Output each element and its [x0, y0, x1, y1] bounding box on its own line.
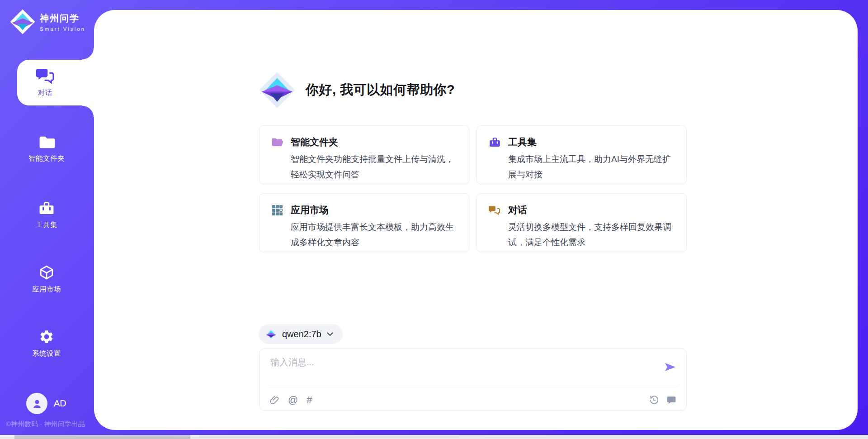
- avatar: [26, 393, 47, 414]
- sidebar-item-smart-folder[interactable]: 智能文件夹: [17, 134, 76, 163]
- sidebar-item-label: 对话: [38, 88, 52, 98]
- sidebar-item-toolset[interactable]: 工具集: [17, 200, 76, 230]
- card-description: 灵活切换多模型文件，支持多样回复效果调试，满足个性化需求: [508, 220, 675, 250]
- assistant-logo-icon: [258, 71, 297, 110]
- brand-title: 神州问学: [40, 12, 85, 24]
- brand-logo: 神州问学 Smart Vision: [9, 8, 85, 35]
- send-icon[interactable]: [664, 361, 676, 373]
- scrollbar-thumb[interactable]: [14, 435, 190, 439]
- open-folder-icon: [271, 136, 283, 148]
- greeting-block: 你好, 我可以如何帮助你?: [258, 71, 455, 110]
- composer-divider: [269, 387, 677, 387]
- at-sign-icon[interactable]: @: [288, 395, 298, 405]
- card-title: 应用市场: [291, 204, 329, 216]
- grid-icon: [271, 204, 283, 216]
- sidebar-item-label: 系统设置: [32, 349, 61, 358]
- sidebar-item-label: 工具集: [36, 220, 57, 230]
- card-title: 工具集: [508, 136, 537, 148]
- chat-icon: [36, 68, 54, 84]
- feature-cards: 智能文件夹 智能文件夹功能支持批量文件上传与清洗，轻松实现文件问答 工具集 集成…: [259, 125, 687, 252]
- user-profile[interactable]: AD: [26, 393, 66, 414]
- card-smart-folder[interactable]: 智能文件夹 智能文件夹功能支持批量文件上传与清洗，轻松实现文件问答: [259, 125, 469, 184]
- message-input[interactable]: [270, 356, 659, 383]
- app-window: 神州问学 Smart Vision 对话 智能文件夹 工具集: [0, 0, 868, 439]
- sidebar-item-system-settings[interactable]: 系统设置: [17, 329, 76, 358]
- brand-subtitle: Smart Vision: [40, 26, 85, 32]
- card-description: 集成市场上主流工具，助力AI与外界无缝扩展与对接: [508, 152, 675, 182]
- sidebar-item-app-market[interactable]: 应用市场: [17, 265, 76, 294]
- card-title: 智能文件夹: [291, 136, 338, 148]
- toolbox-icon: [38, 200, 55, 216]
- sidebar-item-label: 应用市场: [32, 285, 61, 294]
- model-selector[interactable]: qwen2:7b: [259, 324, 343, 344]
- chat-icon: [489, 204, 501, 216]
- page-title: 你好, 我可以如何帮助你?: [306, 81, 455, 99]
- card-toolset[interactable]: 工具集 集成市场上主流工具，助力AI与外界无缝扩展与对接: [476, 125, 687, 184]
- person-icon: [31, 398, 43, 410]
- user-name: AD: [54, 398, 66, 409]
- hash-icon[interactable]: #: [307, 395, 312, 405]
- card-app-market[interactable]: 应用市场 应用市场提供丰富长文本模板，助力高效生成多样化文章内容: [259, 193, 469, 252]
- paperclip-icon[interactable]: [269, 395, 279, 405]
- card-description: 应用市场提供丰富长文本模板，助力高效生成多样化文章内容: [291, 220, 457, 250]
- toolbox-icon: [489, 136, 501, 148]
- brand-diamond-icon: [9, 8, 36, 35]
- model-logo-icon: [265, 328, 277, 340]
- sidebar-item-label: 智能文件夹: [28, 154, 65, 163]
- horizontal-scrollbar[interactable]: [0, 435, 868, 439]
- card-title: 对话: [508, 204, 527, 216]
- sidebar-item-chat-active[interactable]: 对话: [17, 60, 94, 105]
- chevron-down-icon: [326, 332, 334, 336]
- model-name: qwen2:7b: [282, 329, 321, 339]
- cube-icon: [38, 265, 55, 280]
- card-description: 智能文件夹功能支持批量文件上传与清洗，轻松实现文件问答: [291, 152, 457, 182]
- chat-bubble-icon[interactable]: [666, 395, 676, 405]
- card-chat[interactable]: 对话 灵活切换多模型文件，支持多样回复效果调试，满足个性化需求: [476, 193, 687, 252]
- message-composer: @ #: [259, 348, 687, 411]
- folder-icon: [38, 134, 55, 149]
- copyright-text: ©神州数码 · 神州问学出品: [6, 420, 85, 429]
- history-icon[interactable]: [649, 395, 659, 405]
- tab-curve-bottom: [82, 105, 94, 117]
- gear-icon: [38, 329, 55, 344]
- tab-curve-top: [82, 48, 94, 60]
